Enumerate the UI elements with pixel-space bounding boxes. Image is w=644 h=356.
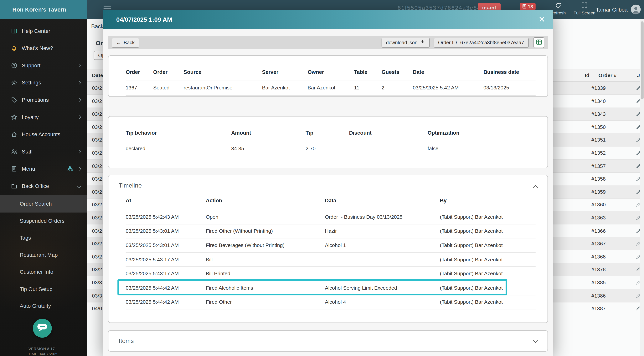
timeline-card: Timeline At Action Data By 03/25/2025 5:… — [108, 175, 548, 323]
sidebar-item-menu[interactable]: Menu — [0, 160, 87, 177]
column-date[interactable]: Date — [92, 73, 103, 78]
order-id-field[interactable]: Order ID 67e2a4c2ca3bf8e5e037eaa7 — [434, 37, 529, 47]
timeline-row[interactable]: 03/25/2025 5:43:01 AM Fired Other (Witho… — [126, 224, 536, 239]
col-server: Server — [262, 68, 308, 76]
items-card: Items — [108, 330, 548, 352]
col-data: Data — [325, 197, 440, 205]
fullscreen-icon — [581, 2, 588, 9]
sidebar-item-restaurant-map[interactable]: Restaurant Map — [0, 246, 87, 264]
sidebar-item-customer-info[interactable]: Customer Info — [0, 264, 87, 281]
col-guests: Guests — [382, 68, 413, 76]
modal-title: 04/07/2025 1:09 AM — [116, 10, 172, 29]
bell-icon — [10, 45, 17, 51]
chevron-right-icon — [77, 80, 81, 84]
timeline-row[interactable]: 03/25/2025 5:43:01 AM Fired Beverages (W… — [126, 239, 536, 253]
expand-chevron-down-icon[interactable] — [533, 338, 538, 343]
notification-badge[interactable]: 18 — [520, 3, 536, 10]
scrollbar-thumb[interactable] — [641, 21, 644, 99]
export-table-button[interactable] — [534, 37, 544, 48]
sidebar-item-tags[interactable]: Tags — [0, 229, 87, 247]
sidebar-item-suspended-orders[interactable]: Suspended Orders — [0, 212, 87, 229]
col-order: Order — [126, 68, 153, 76]
timeline-row[interactable]: 03/25/2025 5:42:43 AM Open Order - Busin… — [126, 210, 536, 224]
column-order-number[interactable]: Order # — [598, 73, 617, 78]
col-tip: Tip — [306, 129, 349, 137]
question-icon — [10, 62, 17, 68]
modal-back-button[interactable]: ←Back — [112, 37, 139, 47]
sidebar-item-whats-new[interactable]: What's New? — [0, 39, 87, 57]
sidebar-item-loyalty[interactable]: Loyalty — [0, 108, 87, 126]
order-summary-card: Order Order Source Server Owner Table Gu… — [108, 55, 548, 97]
timeline-header: At Action Data By — [126, 197, 536, 205]
sidebar-item-label: Settings — [22, 79, 41, 86]
export-grid-icon — [536, 39, 542, 46]
avatar — [631, 4, 641, 14]
col-tip-behavior: Tip behavior — [126, 129, 231, 137]
sidebar-item-order-search[interactable]: Order Search — [0, 195, 87, 212]
user-name: Tamar Gilboa — [596, 6, 628, 12]
sidebar-item-settings[interactable]: Settings — [0, 74, 87, 91]
sidebar-item-label: Support — [22, 62, 40, 68]
chevron-right-icon — [77, 115, 81, 119]
refresh-icon — [555, 2, 562, 9]
col-discount: Discount — [349, 129, 428, 137]
order-summary-row: 1367 Seated restaurantOnPremise Bar Azen… — [126, 80, 536, 95]
sidebar-nav: Help Center What's New? Support Settings… — [0, 19, 87, 315]
payment-summary-header: Tip behavior Amount Tip Discount Optimiz… — [126, 129, 536, 137]
timeline-row[interactable]: 03/25/2025 5:43:17 AM Bill Printed (Tabi… — [126, 267, 536, 281]
column-id[interactable]: Id — [585, 73, 590, 78]
sidebar-item-label: Menu — [22, 166, 35, 172]
col-order-state: Order — [153, 68, 184, 76]
user-menu[interactable]: Tamar Gilboa — [596, 0, 641, 19]
chat-widget-button[interactable] — [33, 319, 52, 338]
gear-icon — [10, 79, 17, 86]
chevron-down-icon — [77, 184, 81, 188]
timeline-row[interactable]: 03/25/2025 5:44:42 AM Fired Other Alcoho… — [126, 295, 536, 310]
col-amount: Amount — [231, 129, 306, 137]
payment-summary-card: Tip behavior Amount Tip Discount Optimiz… — [108, 116, 548, 168]
sidebar: Ron Koren's Tavern Help Center What's Ne… — [0, 0, 87, 356]
col-optimization: Optimization — [428, 129, 536, 137]
col-owner: Owner — [308, 68, 354, 76]
chevron-right-icon — [77, 167, 81, 171]
sidebar-item-tip-out-setup[interactable]: Tip Out Setup — [0, 280, 87, 298]
col-source: Source — [184, 68, 262, 76]
folder-icon — [10, 183, 17, 189]
chevron-right-icon — [77, 63, 81, 67]
timeline-row[interactable]: 03/25/2025 5:43:17 AM Bill (Tabit Suppor… — [126, 253, 536, 267]
download-json-button[interactable]: download json — [382, 37, 429, 47]
col-by: By — [440, 197, 536, 205]
download-icon — [420, 39, 425, 46]
items-title: Items — [119, 337, 134, 344]
document-icon — [522, 4, 526, 9]
fullscreen-button[interactable]: Full Screen — [573, 2, 596, 15]
sidebar-item-help-center[interactable]: Help Center — [0, 22, 87, 39]
people-icon — [10, 148, 17, 155]
back-button[interactable]: Back — [91, 23, 104, 30]
modal-header: 04/07/2025 1:09 AM × — [102, 10, 553, 29]
sidebar-item-auto-gratuity[interactable]: Auto Gratuity — [0, 298, 87, 315]
col-business-date: Business date — [484, 68, 536, 76]
tag-icon — [10, 96, 17, 103]
page-scrollbar[interactable] — [640, 19, 644, 356]
help-icon — [10, 27, 17, 34]
order-id-label: Order ID — [438, 40, 457, 45]
app-time: TIME 04/07/2025 — [0, 352, 87, 356]
payment-summary-row: declared 34.35 2.70 false — [126, 141, 536, 156]
sitemap-icon — [67, 165, 74, 172]
fullscreen-label: Full Screen — [574, 10, 595, 15]
sidebar-item-back-office[interactable]: Back Office — [0, 177, 87, 195]
chevron-right-icon — [77, 98, 81, 102]
sidebar-item-label: Staff — [22, 148, 33, 154]
col-at: At — [126, 197, 206, 205]
sidebar-item-label: Help Center — [22, 28, 50, 34]
app-version: VERSION 8.17.1 — [0, 347, 87, 351]
close-icon[interactable]: × — [539, 13, 545, 25]
timeline-row-highlighted[interactable]: 03/25/2025 5:44:42 AM Fired Alcoholic It… — [126, 281, 536, 295]
back-office-submenu: Order Search Suspended Orders Tags Resta… — [0, 195, 87, 315]
sidebar-item-support[interactable]: Support — [0, 56, 87, 74]
sidebar-item-promotions[interactable]: Promotions — [0, 91, 87, 108]
sidebar-item-label: House Accounts — [22, 131, 60, 137]
sidebar-item-house-accounts[interactable]: House Accounts — [0, 126, 87, 143]
sidebar-item-staff[interactable]: Staff — [0, 143, 87, 160]
